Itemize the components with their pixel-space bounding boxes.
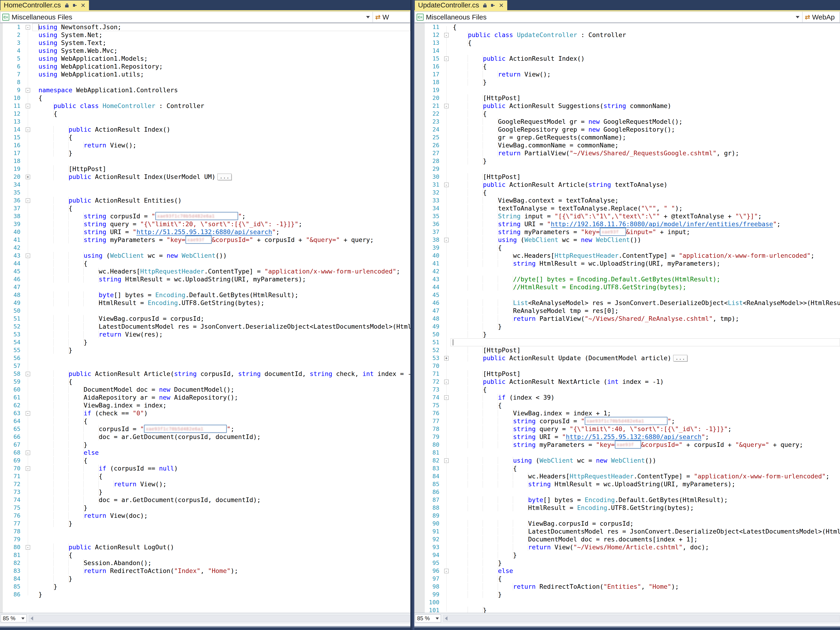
line-number[interactable]: 46 (3, 275, 23, 283)
line-number[interactable]: 82 (3, 559, 23, 567)
line-number[interactable]: 37 (3, 204, 23, 212)
line-number[interactable]: 27 (425, 149, 442, 157)
line-number[interactable]: 100 (425, 598, 442, 606)
code-line[interactable]: 44 //HtmlResult = Encoding.UTF8.GetStrin… (414, 283, 840, 291)
line-number[interactable]: 11 (3, 102, 23, 110)
code-line[interactable]: 30 [HttpPost] (414, 173, 840, 181)
code-line[interactable]: 28 } (414, 157, 840, 165)
code-line[interactable]: 86 (414, 488, 840, 496)
line-number[interactable]: 24 (425, 126, 442, 134)
code-line[interactable]: 46 List<ReAnalyseModel> res = JsonConver… (414, 299, 840, 307)
collapse-region-icon[interactable]: - (26, 254, 30, 258)
member-dropdown[interactable]: ⇄ WebAp (802, 12, 840, 22)
collapse-region-icon[interactable]: - (26, 411, 30, 415)
line-number[interactable]: 20 (3, 173, 23, 181)
line-number[interactable]: 60 (3, 386, 23, 393)
line-number[interactable]: 36 (425, 220, 442, 228)
line-number[interactable]: 95 (425, 559, 442, 567)
code-line[interactable]: 86} (0, 591, 411, 598)
line-number[interactable]: 87 (425, 496, 442, 504)
code-line[interactable]: 37 string myParameters = "key=xae93f&inp… (414, 228, 840, 236)
line-number[interactable]: 97 (425, 575, 442, 583)
line-number[interactable]: 38 (3, 212, 23, 220)
code-line[interactable]: 101 } (414, 606, 840, 613)
code-line[interactable]: 43- using (WebClient wc = new WebClient(… (0, 252, 411, 260)
expand-region-icon[interactable]: + (26, 175, 30, 179)
code-line[interactable]: 80 string myParameters = "key=xae93f&cor… (414, 441, 840, 449)
code-line[interactable]: 23 GoogleRequestModel gr = new GoogleReq… (414, 118, 840, 126)
code-line[interactable]: 74- if (index < 39) (414, 393, 840, 401)
line-number[interactable]: 19 (425, 86, 442, 94)
line-number[interactable]: 56 (3, 354, 23, 362)
code-line[interactable]: 10{ (0, 94, 411, 102)
code-line[interactable]: 44 { (0, 260, 411, 267)
line-number[interactable]: 91 (425, 527, 442, 535)
collapse-region-icon[interactable]: - (26, 88, 30, 93)
code-line[interactable]: 39 string query = "{\"limit\":20, \"sort… (0, 220, 411, 228)
line-number[interactable]: 13 (425, 39, 442, 47)
line-number[interactable]: 84 (425, 472, 442, 480)
line-number[interactable]: 14 (3, 126, 23, 134)
line-number[interactable]: 70 (425, 362, 442, 370)
code-line[interactable]: 63- if (check == "0") (0, 409, 411, 417)
line-number[interactable]: 85 (3, 583, 23, 591)
code-line[interactable]: 15 { (0, 134, 411, 141)
line-number[interactable]: 19 (3, 165, 23, 173)
line-number[interactable]: 26 (425, 141, 442, 149)
code-line[interactable]: 39 { (414, 244, 840, 252)
code-line[interactable]: 45 wc.Headers[HttpRequestHeader.ContentT… (0, 267, 411, 275)
collapse-region-icon[interactable]: - (444, 57, 448, 61)
line-number[interactable]: 49 (425, 323, 442, 330)
code-line[interactable]: 48 return PartialView("~/Views/Shared/_R… (414, 315, 840, 323)
line-number[interactable]: 77 (425, 417, 442, 425)
code-line[interactable]: 83 { (414, 464, 840, 472)
line-number[interactable]: 15 (425, 55, 442, 63)
line-number[interactable]: 77 (3, 519, 23, 527)
code-line[interactable]: 84 wc.Headers[HttpRequestHeader.ContentT… (414, 472, 840, 480)
code-line[interactable]: 33 ViewBag.context = textToAnalyse; (414, 197, 840, 204)
line-number[interactable]: 90 (425, 519, 442, 527)
line-number[interactable]: 28 (425, 157, 442, 165)
line-number[interactable]: 101 (425, 606, 442, 613)
collapsed-region-box[interactable]: ... (673, 355, 687, 362)
line-number[interactable]: 76 (3, 512, 23, 519)
code-line[interactable]: 80- public ActionResult LogOut() (0, 543, 411, 551)
line-number[interactable]: 29 (425, 165, 442, 173)
line-number[interactable]: 41 (425, 260, 442, 267)
line-number[interactable]: 42 (425, 267, 442, 275)
line-number[interactable]: 68 (3, 449, 23, 456)
collapse-region-icon[interactable]: - (444, 569, 448, 573)
code-line[interactable]: 36 string URI = "http://192.168.11.76:80… (414, 220, 840, 228)
line-number[interactable]: 18 (3, 157, 23, 165)
code-line[interactable]: 51 ViewBag.corpusId = corpusId; (0, 315, 411, 323)
line-number[interactable]: 34 (3, 181, 23, 189)
code-line[interactable]: 48 byte[] bytes = Encoding.Default.GetBy… (0, 291, 411, 299)
code-line[interactable]: 18 } (414, 78, 840, 86)
code-line[interactable]: 14 (414, 47, 840, 55)
line-number[interactable]: 35 (3, 189, 23, 197)
line-number[interactable]: 85 (425, 480, 442, 488)
member-dropdown[interactable]: ⇄ W (373, 12, 410, 22)
code-line[interactable]: 21- public ActionResult Suggestions(stri… (414, 102, 840, 110)
line-number[interactable]: 51 (425, 338, 442, 346)
code-line[interactable]: 81 { (0, 551, 411, 559)
code-line[interactable]: 91 LatestDocumentsModel res = JsonConver… (414, 527, 840, 535)
line-number[interactable]: 45 (425, 291, 442, 299)
line-number[interactable]: 13 (3, 118, 23, 126)
line-number[interactable]: 93 (425, 543, 442, 551)
code-line[interactable]: 85 string HtmlResult = wc.UploadString(U… (414, 480, 840, 488)
line-number[interactable]: 75 (3, 504, 23, 512)
code-line[interactable]: 94 } (414, 551, 840, 559)
code-line[interactable]: 52 [HttpPost] (414, 346, 840, 354)
code-line[interactable]: 26 ViewBag.commonName = commonName; (414, 141, 840, 149)
pin-tab-icon[interactable] (491, 3, 495, 8)
line-number[interactable]: 76 (425, 409, 442, 417)
line-number[interactable]: 80 (425, 441, 442, 449)
line-number[interactable]: 94 (425, 551, 442, 559)
line-number[interactable]: 80 (3, 543, 23, 551)
code-line[interactable]: 84 } (0, 575, 411, 583)
line-number[interactable]: 49 (3, 299, 23, 307)
code-line[interactable]: 70- if (corpusId == null) (0, 464, 411, 472)
line-number[interactable]: 52 (3, 323, 23, 330)
code-line[interactable]: 72- public ActionResult NextArticle (int… (414, 378, 840, 386)
